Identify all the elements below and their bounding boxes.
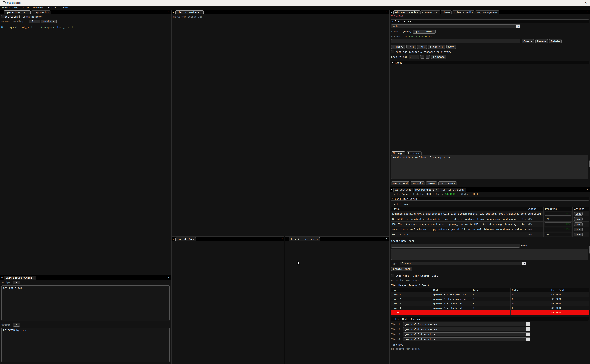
conductor-setup-collapsible-header[interactable]: ▶ Conductor Setup xyxy=(391,197,589,201)
step-mode-checkbox[interactable] xyxy=(391,274,394,277)
dock-caret-icon[interactable]: ▼ xyxy=(0,11,4,14)
tab-files-media[interactable]: Files & Media xyxy=(452,10,475,14)
tab-ai-settings[interactable]: AI Settings xyxy=(393,188,413,191)
load-button[interactable]: Load xyxy=(574,228,583,231)
scrollbar-thumb[interactable] xyxy=(589,246,590,254)
close-tab-icon[interactable]: ✕ xyxy=(316,238,318,240)
script-expand-button[interactable]: [+] xyxy=(13,281,20,284)
md-only-button[interactable]: MD Only xyxy=(411,182,425,185)
truncate-button[interactable]: Truncate xyxy=(431,55,447,59)
discussion-name-input[interactable] xyxy=(391,39,520,43)
panel-close-icon[interactable]: ✕ xyxy=(587,10,588,13)
load-button[interactable]: Load xyxy=(574,222,583,226)
dock-caret-icon[interactable]: ▼ xyxy=(172,237,175,241)
tab-diagnostics[interactable]: Diagnostics xyxy=(31,10,51,14)
clear-button[interactable]: Clear xyxy=(29,20,40,23)
panel-close-icon[interactable]: ✕ xyxy=(168,10,169,13)
create-button[interactable]: Create xyxy=(522,39,534,43)
tab-last-script-output[interactable]: Last Script Output ✕ xyxy=(4,276,36,280)
create-track-button[interactable]: Create Track xyxy=(391,267,412,271)
panel-close-icon[interactable]: ✕ xyxy=(386,237,387,240)
minimize-button[interactable] xyxy=(564,0,573,6)
commit-label: commit: xyxy=(391,30,402,33)
output-expand-button[interactable]: [+] xyxy=(13,323,20,326)
tab-tool-calls[interactable]: Tool Calls xyxy=(1,15,20,19)
menu-windows[interactable]: Windows xyxy=(31,6,46,9)
tab-tier4-qa[interactable]: Tier 4: QA ✕ xyxy=(175,237,196,241)
update-commit-button[interactable]: Update Commit xyxy=(413,30,436,33)
load-button[interactable]: Load xyxy=(574,212,583,215)
expand-all-button[interactable]: +All xyxy=(417,45,427,49)
save-button[interactable]: Save xyxy=(446,45,456,49)
tab-response[interactable]: Response xyxy=(406,151,422,155)
add-entry-button[interactable]: + Entry xyxy=(391,45,405,49)
tab-mma-dashboard[interactable]: MMA Dashboard ✕ xyxy=(414,188,439,191)
script-box[interactable]: Get-ChildItem xyxy=(1,285,170,321)
tab-context-hub[interactable]: Context Hub xyxy=(420,10,440,14)
panel-close-icon[interactable]: ✕ xyxy=(386,10,387,13)
menu-view[interactable]: View xyxy=(20,6,31,9)
dock-caret-icon[interactable]: ▼ xyxy=(285,237,289,241)
clear-all-button[interactable]: Clear All xyxy=(428,45,445,49)
tab-tier3-workers[interactable]: Tier 3: Workers ✕ xyxy=(175,10,203,14)
message-textarea[interactable]: Read the first 10 lines of aggregate.py. xyxy=(391,155,588,179)
tier-model-config-collapsible-header[interactable]: ▼ Tier Model Config xyxy=(391,317,589,321)
track-type-select[interactable]: feature ▼ xyxy=(400,261,526,266)
tier3-model-select[interactable]: gemini-2.5-flash-lite ▼ xyxy=(403,332,530,336)
close-tab-icon[interactable]: ✕ xyxy=(436,188,437,191)
dock-caret-icon[interactable]: ▼ xyxy=(390,188,393,191)
close-tab-icon[interactable]: ✕ xyxy=(27,11,29,14)
menu-manual-slop[interactable]: manual slop xyxy=(0,6,20,9)
app-icon xyxy=(3,1,6,4)
delete-button[interactable]: Delete xyxy=(549,39,562,43)
tier4-model-select[interactable]: gemini-2.5-flash-lite ▼ xyxy=(403,337,530,341)
to-history-button[interactable]: -> History xyxy=(438,182,457,185)
load-button[interactable]: Load xyxy=(574,217,583,221)
dock-caret-icon[interactable]: ▼ xyxy=(390,11,393,14)
track-description-textarea[interactable] xyxy=(391,249,588,260)
tab-discussion-hub[interactable]: Discussion Hub ✕ xyxy=(393,10,420,14)
close-tab-icon[interactable]: ✕ xyxy=(193,238,194,240)
usage-total-row: TOTAL $0.0000 xyxy=(391,310,589,315)
script-label: Script: xyxy=(1,281,12,284)
dock-caret-icon[interactable]: ▼ xyxy=(172,11,175,14)
reset-button[interactable]: Reset xyxy=(426,182,437,185)
tab-tier1-strategy[interactable]: Tier 1: Strategy xyxy=(439,188,466,191)
tab-theme[interactable]: Theme xyxy=(441,10,452,14)
menu-view-2[interactable]: View xyxy=(60,6,71,9)
menu-project[interactable]: Project xyxy=(46,6,60,9)
close-tab-icon[interactable]: ✕ xyxy=(417,11,418,14)
increment-button[interactable]: + xyxy=(426,55,430,59)
tab-operations-hub[interactable]: Operations Hub ✕ xyxy=(4,10,31,14)
panel-close-icon[interactable]: ✕ xyxy=(281,237,283,240)
tab-comms-history[interactable]: Comms History xyxy=(21,15,43,19)
maximize-button[interactable] xyxy=(573,0,581,6)
gen-send-button[interactable]: Gen + Send xyxy=(391,182,409,185)
autoadd-checkbox[interactable] xyxy=(391,50,394,53)
tab-tier2-techlead[interactable]: Tier 2: Tech Lead ✕ xyxy=(289,237,320,241)
discussion-branch-select[interactable]: main ▼ xyxy=(391,24,520,28)
panel-close-icon[interactable]: ✕ xyxy=(587,188,588,191)
state-label: Status: xyxy=(461,193,471,195)
tab-message[interactable]: Message xyxy=(391,151,405,155)
roles-collapsible-header[interactable]: ▶ Roles xyxy=(391,61,589,65)
scrollbar-thumb[interactable] xyxy=(589,160,590,167)
collapse-all-button[interactable]: -All xyxy=(406,45,416,49)
close-tab-icon[interactable]: ✕ xyxy=(33,277,34,279)
tier2-label: Tier 2: xyxy=(391,328,402,331)
tab-log-management[interactable]: Log Management xyxy=(475,10,499,14)
discussions-collapsible-header[interactable]: ▼ Discussions xyxy=(391,19,589,23)
close-button[interactable]: ✕ xyxy=(581,0,590,6)
close-tab-icon[interactable]: ✕ xyxy=(200,11,201,14)
load-button[interactable]: Load xyxy=(574,233,583,236)
keep-pairs-input[interactable]: 2 xyxy=(409,55,419,59)
load-log-button[interactable]: Load Log xyxy=(41,20,57,23)
panel-close-icon[interactable]: ✕ xyxy=(168,276,169,279)
rename-button[interactable]: Rename xyxy=(535,39,548,43)
output-box[interactable]: REJECTED by user xyxy=(1,328,170,362)
tier2-model-select[interactable]: gemini-3-flash-preview ▼ xyxy=(403,327,530,331)
decrement-button[interactable]: - xyxy=(420,55,424,59)
tier1-model-select[interactable]: gemini-3.1-pro-preview ▼ xyxy=(403,322,530,326)
dock-caret-icon[interactable]: ▼ xyxy=(0,276,4,280)
track-name-input[interactable] xyxy=(391,244,520,247)
